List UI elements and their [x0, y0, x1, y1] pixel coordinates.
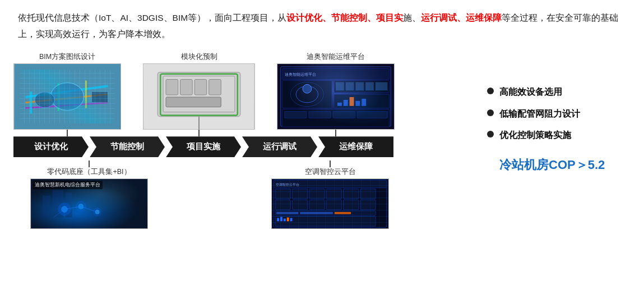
- bullet-dot-1: [487, 109, 494, 116]
- svg-point-27: [290, 83, 323, 107]
- feature-text-0: 高能效设备选用: [499, 86, 562, 98]
- svg-rect-23: [282, 68, 390, 80]
- svg-rect-9: [91, 91, 108, 103]
- svg-rect-20: [278, 64, 393, 129]
- svg-point-55: [93, 208, 102, 217]
- svg-rect-15: [194, 80, 207, 95]
- svg-rect-16: [209, 80, 221, 95]
- nocode-image: 迪奥智慧新机电综合服务平台: [30, 178, 148, 229]
- platform-svg: 迪奥智能运维平台: [277, 64, 394, 129]
- module-image-col: 模块化预制: [143, 52, 255, 136]
- svg-point-51: [58, 203, 71, 216]
- module-image: [143, 63, 255, 130]
- module-vline: [198, 130, 200, 136]
- svg-rect-49: [52, 190, 63, 218]
- platform-image-col: 迪奥智能运维平台: [277, 52, 395, 136]
- intro-text-middle: 施、: [403, 13, 421, 22]
- nocode-vline: [89, 161, 90, 167]
- svg-rect-84: [287, 218, 289, 222]
- svg-rect-13: [166, 80, 178, 95]
- svg-rect-35: [334, 94, 389, 108]
- module-svg: [143, 64, 254, 129]
- feature-text-2: 优化控制策略实施: [499, 129, 571, 141]
- svg-rect-70: [275, 200, 290, 210]
- svg-line-2: [25, 94, 108, 103]
- bim-vline: [67, 130, 68, 136]
- flow-step-4: 运维保障: [318, 136, 393, 157]
- svg-rect-39: [355, 101, 360, 106]
- intro-paragraph: 依托现代信息技术（IoT、AI、3DGIS、BIM等），面向工程项目，从设计优化…: [13, 10, 631, 42]
- svg-rect-73: [326, 200, 341, 210]
- svg-rect-34: [376, 83, 388, 91]
- svg-rect-71: [293, 200, 308, 210]
- svg-rect-74: [343, 200, 358, 210]
- feature-text-1: 低输配管网阻力设计: [499, 108, 580, 120]
- main-content: BIM方案图纸设计: [13, 52, 631, 229]
- svg-rect-37: [344, 100, 348, 106]
- svg-rect-68: [343, 189, 358, 199]
- svg-line-59: [53, 209, 64, 218]
- svg-rect-30: [336, 83, 344, 91]
- svg-rect-32: [355, 83, 364, 91]
- feature-item-0: 高能效设备选用: [487, 86, 631, 98]
- svg-rect-72: [309, 200, 325, 210]
- svg-line-3: [25, 103, 108, 108]
- svg-rect-17: [166, 97, 221, 107]
- intro-highlight2: 运行调试、运维保障: [421, 13, 502, 22]
- bottom-images-row: 零代码底座（工具集+BI） 迪奥智慧新机电综合服务平台: [13, 161, 395, 229]
- intro-text-before: 依托现代信息技术（IoT、AI、3DGIS、BIM等），面向工程项目，从: [18, 13, 286, 22]
- ac-vline: [330, 161, 331, 167]
- bim-label: BIM方案图纸设计: [39, 52, 95, 62]
- svg-rect-21: [278, 64, 393, 129]
- svg-rect-82: [280, 217, 282, 222]
- svg-rect-48: [43, 196, 51, 218]
- svg-rect-69: [360, 189, 376, 199]
- diagram-area: BIM方案图纸设计: [13, 52, 474, 229]
- svg-line-57: [64, 207, 81, 209]
- svg-point-52: [61, 206, 68, 213]
- bullet-dot-2: [487, 131, 494, 138]
- svg-rect-31: [346, 83, 354, 91]
- intro-highlight1: 设计优化、节能控制、项目实: [286, 13, 403, 22]
- process-flow: 设计优化 节能控制 项目实施 运行调试 运维保障: [13, 136, 395, 157]
- nocode-label: 零代码底座（工具集+BI）: [47, 167, 131, 177]
- svg-rect-33: [365, 83, 374, 91]
- svg-rect-43: [309, 112, 331, 118]
- svg-rect-83: [284, 219, 286, 222]
- module-label: 模块化预制: [181, 52, 217, 62]
- feature-item-1: 低输配管网阻力设计: [487, 108, 631, 120]
- svg-rect-25: [282, 81, 332, 108]
- svg-rect-66: [309, 189, 325, 199]
- ac-svg: 空调智控云平台: [272, 179, 388, 228]
- bullet-dot-0: [487, 88, 494, 94]
- flow-step-1: 节能控制: [90, 136, 165, 157]
- svg-rect-79: [335, 212, 351, 214]
- svg-rect-60: [272, 179, 387, 228]
- svg-point-56: [95, 210, 100, 214]
- svg-rect-64: [275, 189, 290, 199]
- svg-rect-76: [275, 211, 376, 216]
- svg-point-26: [296, 86, 318, 103]
- svg-rect-22: [281, 67, 391, 126]
- svg-point-28: [303, 85, 312, 94]
- svg-rect-80: [275, 217, 376, 227]
- svg-rect-75: [360, 200, 376, 210]
- svg-rect-61: [274, 180, 386, 227]
- svg-rect-36: [337, 103, 342, 106]
- svg-point-7: [51, 83, 84, 111]
- platform-vline: [335, 130, 336, 136]
- svg-rect-45: [357, 112, 387, 118]
- top-images-row: BIM方案图纸设计: [13, 52, 395, 136]
- svg-rect-38: [350, 97, 354, 106]
- svg-text:迪奥智能运维平台: 迪奥智能运维平台: [285, 72, 316, 76]
- svg-rect-40: [362, 99, 366, 106]
- svg-rect-85: [290, 218, 293, 222]
- svg-rect-67: [326, 189, 341, 199]
- diagram-inner: BIM方案图纸设计: [13, 52, 395, 229]
- svg-rect-65: [293, 189, 308, 199]
- ac-label: 空调智控云平台: [305, 167, 356, 177]
- cop-value: 冷站机房COP＞5.2: [487, 157, 631, 173]
- bim-image-col: BIM方案图纸设计: [13, 52, 121, 136]
- ac-image: 空调智控云平台: [271, 178, 389, 229]
- flow-step-2: 项目实施: [166, 136, 241, 157]
